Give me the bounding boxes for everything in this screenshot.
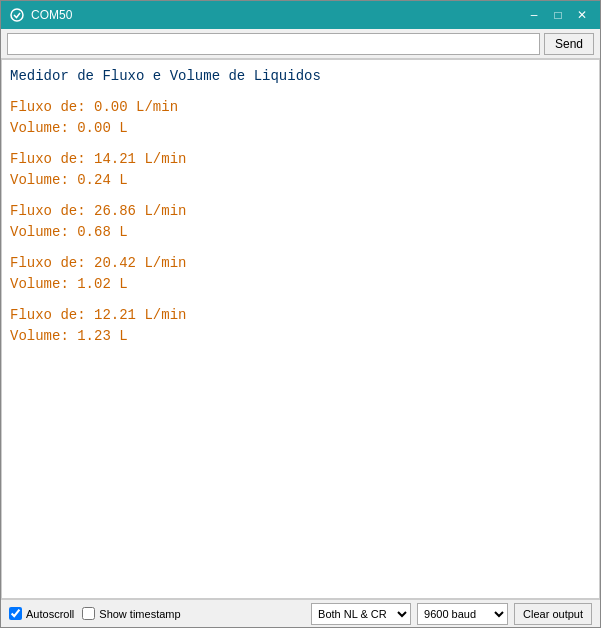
title-bar-left: COM50 [9,7,72,23]
autoscroll-checkbox[interactable] [9,607,22,620]
title-bar: COM50 – □ ✕ [1,1,600,29]
svg-point-0 [11,9,23,21]
app-icon [9,7,25,23]
maximize-button[interactable]: □ [548,6,568,24]
close-button[interactable]: ✕ [572,6,592,24]
output-line: Fluxo de: 12.21 L/min [10,305,591,326]
output-line: Fluxo de: 0.00 L/min [10,97,591,118]
toolbar: Send [1,29,600,59]
output-line: Fluxo de: 14.21 L/min [10,149,591,170]
output-spacer [10,295,591,305]
minimize-button[interactable]: – [524,6,544,24]
show-timestamp-checkbox[interactable] [82,607,95,620]
serial-output[interactable]: Medidor de Fluxo e Volume de LiquidosFlu… [1,59,600,599]
line-ending-select[interactable]: No line endingNewlineCarriage returnBoth… [311,603,411,625]
title-bar-controls: – □ ✕ [524,6,592,24]
show-timestamp-label: Show timestamp [99,608,180,620]
output-line: Volume: 1.02 L [10,274,591,295]
window: COM50 – □ ✕ Send Medidor de Fluxo e Volu… [0,0,601,628]
output-spacer [10,243,591,253]
output-line: Volume: 0.24 L [10,170,591,191]
status-bar: Autoscroll Show timestamp No line ending… [1,599,600,627]
output-spacer [10,139,591,149]
window-title: COM50 [31,8,72,22]
output-line: Volume: 0.00 L [10,118,591,139]
show-timestamp-checkbox-label[interactable]: Show timestamp [82,607,180,620]
clear-output-button[interactable]: Clear output [514,603,592,625]
output-line: Volume: 1.23 L [10,326,591,347]
output-spacer [10,87,591,97]
serial-input[interactable] [7,33,540,55]
output-spacer [10,191,591,201]
status-bar-right: No line endingNewlineCarriage returnBoth… [311,603,592,625]
autoscroll-label: Autoscroll [26,608,74,620]
baud-rate-select[interactable]: 300 baud1200 baud2400 baud4800 baud9600 … [417,603,508,625]
autoscroll-checkbox-label[interactable]: Autoscroll [9,607,74,620]
output-line: Volume: 0.68 L [10,222,591,243]
output-line: Medidor de Fluxo e Volume de Liquidos [10,66,591,87]
output-line: Fluxo de: 26.86 L/min [10,201,591,222]
send-button[interactable]: Send [544,33,594,55]
output-line: Fluxo de: 20.42 L/min [10,253,591,274]
